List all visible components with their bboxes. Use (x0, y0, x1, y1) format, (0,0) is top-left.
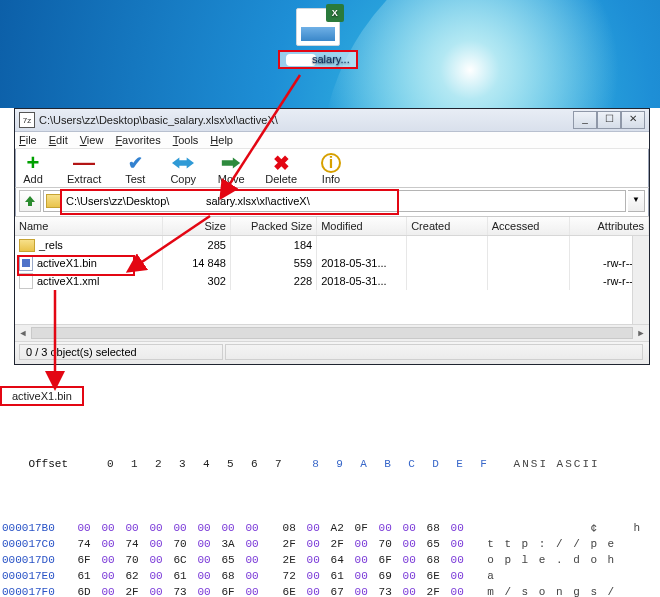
sevenzip-window: 7z C:\Users\zz\Desktop\basic_salary.xlsx… (14, 108, 650, 365)
excel-file-icon: X (296, 8, 340, 46)
annotation-file-label: activeX1.bin (0, 386, 84, 406)
path-dropdown[interactable]: ▼ (628, 190, 645, 212)
menu-tools[interactable]: Tools (173, 134, 199, 146)
desktop-icon-salary[interactable]: X salary... (278, 8, 358, 69)
table-row[interactable]: activeX1.xml 302 228 2018-05-31... -rw-r… (15, 272, 649, 290)
maximize-button[interactable]: ☐ (597, 111, 621, 129)
menu-view[interactable]: View (80, 134, 104, 146)
minimize-button[interactable]: _ (573, 111, 597, 129)
app-icon: 7z (19, 112, 35, 128)
list-header: Name Size Packed Size Modified Created A… (15, 217, 649, 236)
move-button[interactable]: Move (217, 153, 245, 185)
col-size[interactable]: Size (163, 217, 230, 235)
scrollbar-vertical[interactable] (632, 236, 649, 324)
col-accessed[interactable]: Accessed (488, 217, 571, 235)
desktop-glow (320, 0, 660, 108)
info-button[interactable]: iInfo (317, 153, 345, 185)
toolbar: +Add —Extract ✔Test Copy Move ✖Delete iI… (15, 149, 649, 188)
hex-header: Offset01234567 89ABCDEFANSI ASCII (2, 440, 642, 488)
menubar: File Edit View Favorites Tools Help (15, 132, 649, 149)
col-packed-size[interactable]: Packed Size (231, 217, 317, 235)
col-created[interactable]: Created (407, 217, 488, 235)
col-name[interactable]: Name (15, 217, 163, 235)
path-input[interactable]: C:\Users\zz\Desktop\ salary.xlsx\xl\acti… (43, 190, 626, 212)
test-button[interactable]: ✔Test (121, 153, 149, 185)
close-button[interactable]: ✕ (621, 111, 645, 129)
folder-icon (19, 239, 35, 252)
status-selected: 0 / 3 object(s) selected (19, 344, 223, 360)
col-modified[interactable]: Modified (317, 217, 407, 235)
menu-help[interactable]: Help (210, 134, 233, 146)
window-title: C:\Users\zz\Desktop\basic_salary.xlsx\xl… (39, 114, 573, 126)
extract-button[interactable]: —Extract (67, 153, 101, 185)
menu-edit[interactable]: Edit (49, 134, 68, 146)
desktop: X salary... (0, 0, 660, 108)
add-button[interactable]: +Add (19, 153, 47, 185)
menu-file[interactable]: File (19, 134, 37, 146)
file-list: _rels 285 184 activeX1.bin 14 848 559 20… (15, 236, 649, 324)
titlebar[interactable]: 7z C:\Users\zz\Desktop\basic_salary.xlsx… (15, 109, 649, 132)
desktop-icon-label: salary... (278, 50, 358, 69)
scrollbar-horizontal[interactable]: ◄► (15, 324, 649, 341)
hex-viewer: Offset01234567 89ABCDEFANSI ASCII 000017… (2, 408, 642, 597)
xml-file-icon (19, 273, 33, 289)
pathbar: C:\Users\zz\Desktop\ salary.xlsx\xl\acti… (15, 188, 649, 217)
up-button[interactable] (19, 190, 41, 212)
table-row[interactable]: activeX1.bin 14 848 559 2018-05-31... -r… (15, 254, 649, 272)
table-row[interactable]: _rels 285 184 (15, 236, 649, 254)
bin-file-icon (19, 255, 33, 271)
copy-button[interactable]: Copy (169, 153, 197, 185)
delete-button[interactable]: ✖Delete (265, 153, 297, 185)
statusbar: 0 / 3 object(s) selected (15, 341, 649, 364)
folder-icon (46, 194, 62, 208)
menu-favorites[interactable]: Favorites (115, 134, 160, 146)
col-attributes[interactable]: Attributes (570, 217, 649, 235)
